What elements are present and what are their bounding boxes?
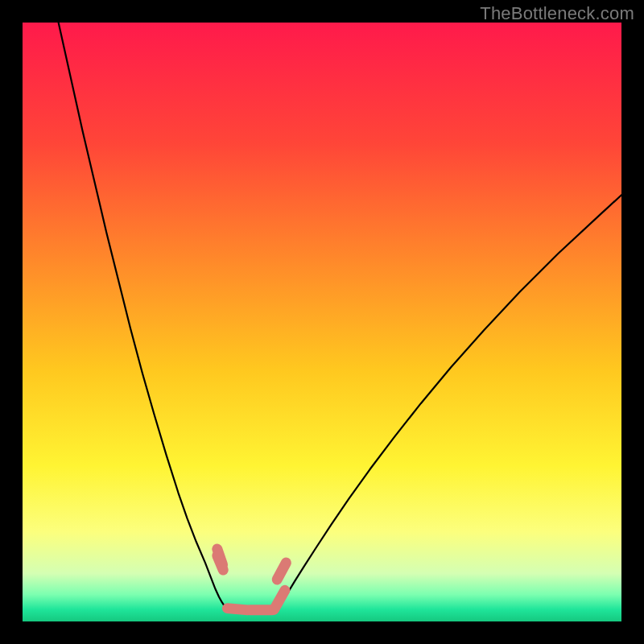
marker-segment: [227, 609, 247, 610]
watermark-text: TheBottleneck.com: [480, 3, 634, 24]
marker-segment: [217, 555, 223, 570]
chart-background: [23, 23, 621, 621]
chart-svg: [23, 23, 621, 621]
plot-area: [23, 23, 621, 621]
chart-frame: TheBottleneck.com: [0, 0, 644, 644]
